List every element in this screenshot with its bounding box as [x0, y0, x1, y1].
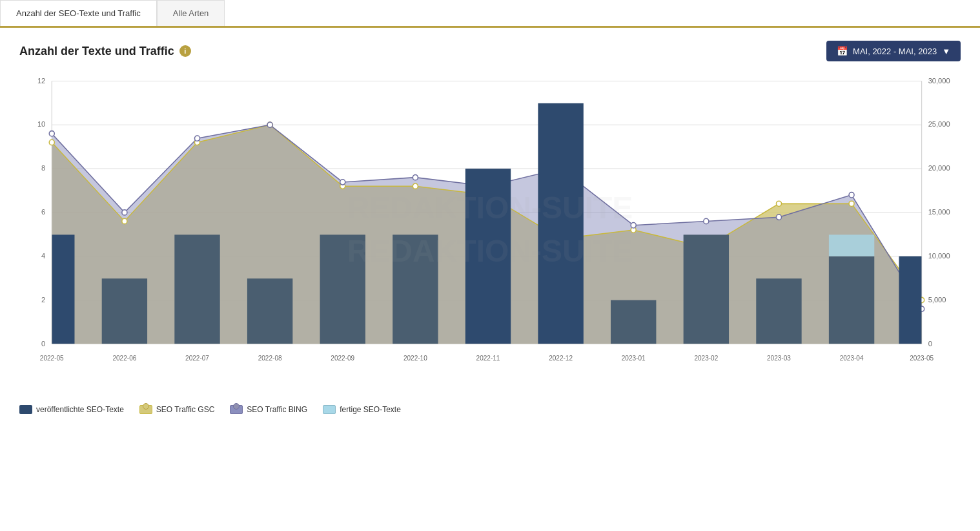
svg-text:2: 2 — [41, 296, 45, 304]
date-range-button[interactable]: 📅 MAI, 2022 - MAI, 2023 ▼ — [826, 41, 961, 61]
svg-rect-66 — [102, 278, 147, 344]
svg-text:2023-05: 2023-05 — [910, 355, 934, 362]
svg-point-39 — [49, 140, 54, 145]
svg-text:2023-04: 2023-04 — [840, 355, 864, 362]
svg-rect-72 — [538, 103, 583, 344]
svg-rect-75 — [756, 278, 801, 344]
svg-text:2023-01: 2023-01 — [622, 355, 646, 362]
svg-text:0: 0 — [41, 339, 45, 347]
section-header: Anzahl der Texte und Traffic i 📅 MAI, 20… — [19, 41, 961, 61]
legend-label-finished: fertige SEO-Texte — [340, 405, 401, 414]
svg-point-57 — [413, 174, 418, 180]
legend-item-finished: fertige SEO-Texte — [323, 405, 401, 414]
svg-text:2022-10: 2022-10 — [403, 355, 427, 362]
svg-text:10: 10 — [37, 120, 45, 128]
svg-text:2022-11: 2022-11 — [476, 355, 500, 362]
svg-text:2022-05: 2022-05 — [40, 355, 64, 362]
legend-label-gsc: SEO Traffic GSC — [156, 405, 214, 414]
svg-text:2022-06: 2022-06 — [112, 355, 136, 362]
svg-point-44 — [413, 183, 418, 189]
calendar-icon: 📅 — [837, 46, 848, 56]
svg-point-55 — [267, 122, 272, 127]
legend-swatch-gsc — [139, 405, 152, 414]
svg-text:2022-08: 2022-08 — [258, 355, 282, 362]
svg-rect-69 — [320, 234, 365, 344]
legend-swatch-published — [19, 405, 32, 414]
svg-text:20,000: 20,000 — [928, 164, 950, 172]
svg-text:15,000: 15,000 — [928, 208, 950, 216]
svg-point-50 — [849, 201, 854, 206]
svg-point-52 — [49, 131, 54, 136]
svg-text:4: 4 — [41, 252, 45, 260]
svg-rect-65 — [29, 234, 74, 344]
svg-text:2022-07: 2022-07 — [185, 355, 209, 362]
svg-rect-68 — [247, 278, 292, 344]
legend-item-published: veröffentlichte SEO-Texte — [19, 405, 124, 414]
section-title: Anzahl der Texte und Traffic i — [19, 45, 191, 58]
legend-swatch-bing — [230, 405, 243, 414]
svg-rect-76 — [829, 256, 874, 344]
legend-label-bing: SEO Traffic BING — [247, 405, 307, 414]
legend-swatch-finished — [323, 405, 336, 414]
svg-text:25,000: 25,000 — [928, 120, 950, 128]
svg-rect-78 — [829, 234, 874, 256]
legend-item-gsc: SEO Traffic GSC — [139, 405, 214, 414]
svg-text:8: 8 — [41, 164, 45, 172]
legend-label-published: veröffentlichte SEO-Texte — [36, 405, 124, 414]
svg-rect-70 — [393, 234, 438, 344]
chart-svg: 0 2 4 6 8 10 12 0 5,000 10,000 15,000 20… — [19, 74, 961, 384]
tabs-bar: Anzahl der SEO-Texte und Traffic Alle Ar… — [0, 0, 980, 28]
svg-rect-74 — [684, 234, 729, 344]
legend-item-bing: SEO Traffic BING — [230, 405, 307, 414]
svg-text:2022-12: 2022-12 — [549, 355, 573, 362]
dropdown-arrow-icon: ▼ — [942, 47, 950, 56]
svg-point-40 — [122, 218, 127, 224]
legend: veröffentlichte SEO-Texte SEO Traffic GS… — [19, 397, 961, 422]
tab-alle-arten[interactable]: Alle Arten — [157, 0, 225, 26]
svg-text:2023-03: 2023-03 — [767, 355, 791, 362]
svg-text:12: 12 — [37, 76, 45, 84]
tab-seo-texte[interactable]: Anzahl der SEO-Texte und Traffic — [0, 0, 157, 26]
section-title-text: Anzahl der Texte und Traffic — [19, 45, 174, 58]
date-range-label: MAI, 2022 - MAI, 2023 — [853, 47, 937, 56]
chart-container: REDAKTION-SUITEREDAKTION-SUITE 0 2 4 — [19, 74, 961, 384]
svg-point-60 — [631, 223, 636, 228]
svg-text:0: 0 — [928, 339, 932, 347]
svg-text:30,000: 30,000 — [928, 76, 950, 84]
svg-text:5,000: 5,000 — [928, 296, 946, 304]
info-icon[interactable]: i — [179, 45, 191, 57]
svg-text:10,000: 10,000 — [928, 252, 950, 260]
svg-point-56 — [340, 180, 345, 185]
svg-point-62 — [776, 214, 781, 220]
svg-text:6: 6 — [41, 208, 45, 216]
svg-text:2022-09: 2022-09 — [331, 355, 354, 362]
svg-text:2023-02: 2023-02 — [694, 355, 718, 362]
svg-point-63 — [849, 193, 854, 198]
svg-point-53 — [122, 210, 127, 215]
page-content: Anzahl der Texte und Traffic i 📅 MAI, 20… — [0, 28, 980, 435]
svg-point-54 — [194, 136, 199, 141]
svg-rect-67 — [174, 234, 219, 344]
svg-point-49 — [776, 201, 781, 206]
svg-point-61 — [704, 218, 709, 224]
svg-rect-73 — [611, 300, 656, 344]
svg-rect-71 — [465, 169, 511, 344]
